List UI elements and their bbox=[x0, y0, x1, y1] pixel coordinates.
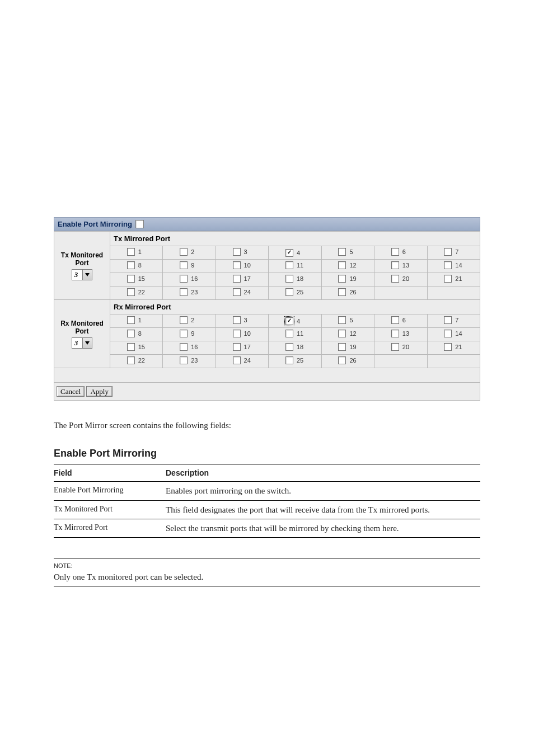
rx-port-checkbox[interactable] bbox=[391, 330, 399, 337]
tx-port-checkbox[interactable] bbox=[444, 248, 452, 256]
tx-port-number: 5 bbox=[349, 248, 357, 255]
tx-port-checkbox[interactable] bbox=[285, 261, 293, 269]
tx-port-cell: 17 bbox=[216, 273, 268, 287]
rx-port-number: 23 bbox=[191, 357, 199, 364]
tx-port-checkbox[interactable] bbox=[391, 248, 399, 256]
field-description-table: Field Description Enable Port Mirroring … bbox=[54, 464, 480, 538]
rx-port-checkbox[interactable] bbox=[127, 330, 135, 337]
rx-port-checkbox[interactable] bbox=[444, 330, 452, 337]
tx-port-checkbox[interactable] bbox=[180, 248, 188, 256]
rx-port-number: 19 bbox=[349, 344, 357, 350]
tx-port-cell: 8 bbox=[110, 260, 163, 273]
rx-port-checkbox[interactable] bbox=[338, 316, 346, 324]
rx-port-checkbox[interactable] bbox=[285, 343, 293, 351]
rx-port-checkbox[interactable] bbox=[391, 343, 399, 351]
tx-port-checkbox[interactable] bbox=[233, 275, 241, 283]
rx-port-cell: 18 bbox=[269, 341, 321, 355]
tx-port-checkbox[interactable] bbox=[127, 248, 135, 256]
rx-port-checkbox[interactable] bbox=[391, 316, 399, 324]
rx-port-checkbox[interactable] bbox=[444, 343, 452, 351]
rx-port-checkbox[interactable] bbox=[285, 356, 293, 364]
tx-port-number: 23 bbox=[191, 289, 199, 295]
rx-port-checkbox[interactable] bbox=[127, 356, 135, 364]
note-label: NOTE: bbox=[54, 562, 480, 570]
rx-port-checkbox[interactable] bbox=[127, 316, 135, 324]
rx-port-number: 21 bbox=[455, 344, 463, 350]
rx-port-number: 9 bbox=[191, 330, 199, 337]
rx-port-checkbox[interactable] bbox=[338, 343, 346, 351]
note-block: NOTE: Only one Tx monitored port can be … bbox=[54, 558, 480, 586]
tx-port-checkbox[interactable] bbox=[338, 248, 346, 256]
tx-port-cell: 26 bbox=[321, 287, 374, 300]
rx-port-cell: 13 bbox=[374, 328, 427, 341]
tx-port-checkbox[interactable] bbox=[233, 248, 241, 256]
tx-port-number: 17 bbox=[244, 275, 252, 282]
tx-port-checkbox[interactable] bbox=[285, 249, 293, 257]
chevron-down-icon bbox=[82, 270, 92, 280]
tx-monitored-port-select[interactable]: 3 bbox=[72, 269, 93, 280]
rx-port-cell: 19 bbox=[321, 341, 374, 355]
rx-port-number: 22 bbox=[138, 357, 146, 364]
tx-port-cell: 19 bbox=[321, 273, 374, 287]
rx-port-checkbox[interactable] bbox=[180, 343, 188, 351]
rx-port-cell: 20 bbox=[374, 341, 427, 355]
tx-port-number: 26 bbox=[349, 289, 357, 295]
tx-select-value: 3 bbox=[72, 270, 83, 280]
rx-port-checkbox[interactable] bbox=[233, 330, 241, 337]
rx-port-number: 14 bbox=[455, 330, 463, 337]
tx-port-checkbox[interactable] bbox=[180, 275, 188, 283]
rx-port-checkbox[interactable] bbox=[233, 356, 241, 364]
rx-monitored-label-1: Rx Monitored bbox=[57, 320, 107, 327]
tx-port-checkbox[interactable] bbox=[127, 288, 135, 296]
tx-port-number: 1 bbox=[138, 248, 146, 255]
rx-port-checkbox[interactable] bbox=[180, 316, 188, 324]
tx-port-checkbox[interactable] bbox=[444, 261, 452, 269]
tx-port-number: 21 bbox=[455, 275, 463, 282]
rx-port-checkbox[interactable] bbox=[285, 330, 293, 337]
tx-port-number: 19 bbox=[349, 275, 357, 282]
tx-port-checkbox[interactable] bbox=[180, 288, 188, 296]
rx-port-checkbox[interactable] bbox=[127, 343, 135, 351]
rx-port-checkbox[interactable] bbox=[285, 317, 293, 325]
rx-port-checkbox[interactable] bbox=[338, 356, 346, 364]
tx-port-checkbox[interactable] bbox=[285, 275, 293, 283]
rx-port-checkbox[interactable] bbox=[233, 343, 241, 351]
rx-port-number: 25 bbox=[297, 357, 305, 364]
tx-port-checkbox[interactable] bbox=[444, 275, 452, 283]
tx-port-checkbox[interactable] bbox=[180, 261, 188, 269]
tx-port-number: 3 bbox=[244, 248, 252, 255]
rx-port-number: 4 bbox=[297, 318, 305, 325]
rx-monitored-port-select[interactable]: 3 bbox=[72, 337, 93, 349]
col-description: Description bbox=[166, 468, 480, 478]
tx-port-number: 12 bbox=[349, 262, 357, 269]
apply-button[interactable]: Apply bbox=[86, 386, 113, 397]
rx-monitored-label-2: Port bbox=[57, 327, 107, 335]
tx-port-number: 4 bbox=[297, 250, 305, 256]
tx-port-checkbox[interactable] bbox=[127, 261, 135, 269]
tx-port-checkbox[interactable] bbox=[391, 275, 399, 283]
cancel-button[interactable]: Cancel bbox=[57, 386, 85, 397]
tx-port-number: 16 bbox=[191, 275, 199, 282]
rx-port-number: 7 bbox=[455, 317, 463, 323]
field-desc: Select the transmit ports that will be m… bbox=[166, 523, 480, 534]
tx-port-checkbox[interactable] bbox=[127, 275, 135, 283]
tx-port-checkbox[interactable] bbox=[233, 261, 241, 269]
rx-port-checkbox[interactable] bbox=[444, 316, 452, 324]
rx-port-checkbox[interactable] bbox=[338, 330, 346, 337]
tx-port-checkbox[interactable] bbox=[285, 288, 293, 296]
tx-port-checkbox[interactable] bbox=[233, 288, 241, 296]
tx-port-checkbox[interactable] bbox=[391, 261, 399, 269]
field-desc: This field designates the port that will… bbox=[166, 504, 480, 515]
rx-port-checkbox[interactable] bbox=[180, 356, 188, 364]
tx-port-number: 24 bbox=[244, 289, 252, 295]
rx-port-checkbox[interactable] bbox=[233, 316, 241, 324]
ports-table: Tx Monitored Port 3 Tx Mirrored Port 123… bbox=[54, 231, 480, 401]
table-row: Enable Port Mirroring Enables port mirro… bbox=[54, 482, 480, 500]
tx-port-checkbox[interactable] bbox=[338, 261, 346, 269]
tx-port-checkbox[interactable] bbox=[338, 288, 346, 296]
tx-port-checkbox[interactable] bbox=[338, 275, 346, 283]
rx-port-number: 24 bbox=[244, 357, 252, 364]
rx-port-checkbox[interactable] bbox=[180, 330, 188, 337]
enable-port-mirroring-checkbox[interactable] bbox=[135, 220, 144, 228]
tx-port-cell: 5 bbox=[321, 246, 374, 260]
